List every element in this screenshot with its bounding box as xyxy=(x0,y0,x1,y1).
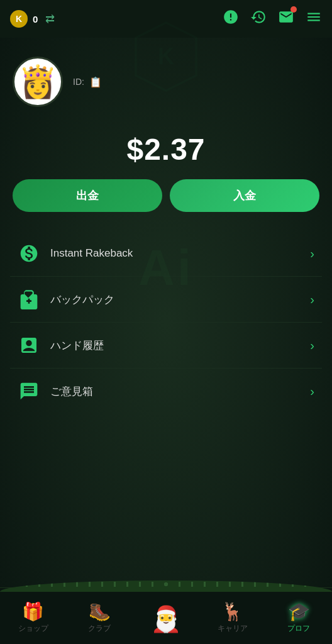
nav-item-profile[interactable]: 🎓 プロフ xyxy=(265,588,332,644)
home-icon: 🎅 xyxy=(150,606,182,631)
mail-icon[interactable] xyxy=(278,9,294,29)
profile-info: ID: 📋 xyxy=(73,76,102,88)
rakeback-label: Instant Rakeback xyxy=(50,247,300,260)
coin-letter: K xyxy=(16,14,22,24)
menu-item-feedback[interactable]: ご意見箱 › xyxy=(10,369,322,414)
profile-nav-label: プロフ xyxy=(287,623,310,634)
deposit-button[interactable]: 入金 xyxy=(170,179,319,212)
action-buttons: 出金 入金 xyxy=(0,179,332,231)
menu-item-hand-history[interactable]: ハンド履歴 › xyxy=(10,323,322,369)
balance-section: $2.37 xyxy=(0,113,332,179)
nav-item-home[interactable]: 🎅 xyxy=(133,588,199,644)
nav-item-club[interactable]: 🥾 クラブ xyxy=(67,588,133,644)
feedback-chevron: › xyxy=(310,384,314,399)
feedback-icon xyxy=(18,380,40,402)
coin-amount: 0 xyxy=(33,14,38,25)
career-label: キャリア xyxy=(218,623,248,634)
hand-history-label: ハンド履歴 xyxy=(50,338,300,353)
avatar-emoji: 👸 xyxy=(18,64,57,100)
hamburger-menu-icon[interactable] xyxy=(306,9,322,29)
rakeback-chevron: › xyxy=(310,247,314,261)
svg-text:K: K xyxy=(158,43,174,69)
withdraw-button[interactable]: 出金 xyxy=(13,179,162,212)
transfer-icon[interactable]: ⇄ xyxy=(45,12,55,26)
rakeback-icon xyxy=(18,242,40,265)
club-icon: 🥾 xyxy=(89,603,111,621)
backpack-chevron: › xyxy=(310,292,314,307)
menu-list: Instant Rakeback › バックパック › ハンド履歴 › xyxy=(0,231,332,587)
menu-item-rakeback[interactable]: Instant Rakeback › xyxy=(10,231,322,277)
hand-history-chevron: › xyxy=(310,338,314,353)
logo-watermark: K xyxy=(128,19,204,97)
id-label: ID: xyxy=(73,77,84,87)
career-icon: 🦌 xyxy=(221,603,243,621)
coin-badge: K xyxy=(10,10,28,28)
profile-id-row: ID: 📋 xyxy=(73,76,102,88)
top-bar-right xyxy=(223,9,322,29)
backpack-label: バックパック xyxy=(50,292,300,307)
profile-nav-icon: 🎓 xyxy=(288,603,310,621)
avatar: 👸 xyxy=(13,57,63,107)
nav-item-shop[interactable]: 🎁 ショップ xyxy=(0,588,67,644)
feedback-label: ご意見箱 xyxy=(50,384,300,399)
shop-label: ショップ xyxy=(18,623,48,634)
hand-history-icon xyxy=(18,334,40,357)
shop-icon: 🎁 xyxy=(22,603,44,621)
mail-notification-badge xyxy=(290,6,297,13)
bottom-nav: 🎁 ショップ 🥾 クラブ 🎅 🦌 キャリア 🎓 プロフ xyxy=(0,587,332,644)
menu-item-backpack[interactable]: バックパック › xyxy=(10,277,322,323)
history-icon[interactable] xyxy=(250,9,267,29)
club-label: クラブ xyxy=(88,623,111,634)
top-bar-left: K 0 ⇄ xyxy=(10,10,55,28)
backpack-icon xyxy=(18,288,40,311)
balance-amount: $2.37 xyxy=(13,132,319,167)
deposit-icon[interactable] xyxy=(223,9,239,29)
nav-item-career[interactable]: 🦌 キャリア xyxy=(199,588,266,644)
copy-id-icon[interactable]: 📋 xyxy=(89,76,102,88)
